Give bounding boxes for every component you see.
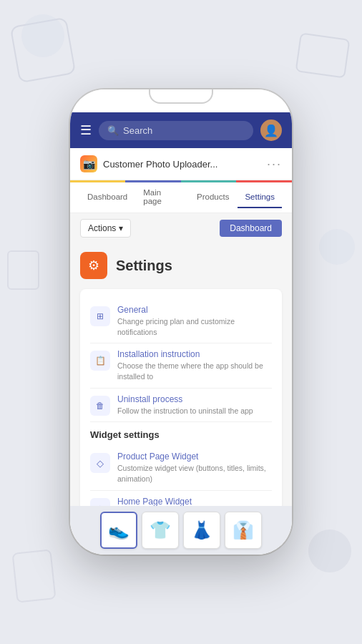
dashboard-button[interactable]: Dashboard: [220, 220, 282, 237]
thumbnail-jacket[interactable]: 👔: [225, 512, 262, 549]
app-icon: 📷: [80, 155, 97, 172]
home-widget-text: Home Page Widget Customize widget view (…: [117, 497, 272, 506]
app-header-left: 📷 Customer Photo Uploader...: [80, 155, 217, 172]
product-widget-desc: Customize widget view (buttons, titles, …: [117, 463, 272, 484]
settings-item-installation[interactable]: 📋 Installation instruction Choose the th…: [90, 343, 272, 388]
tab-dashboard[interactable]: Dashboard: [80, 187, 134, 208]
thumbnail-shoes[interactable]: 👟: [100, 512, 137, 549]
settings-gear-icon: ⚙: [88, 258, 99, 273]
general-item-title: General: [117, 305, 272, 315]
action-bar: Actions ▾ Dashboard: [70, 213, 292, 243]
product-widget-title: Product Page Widget: [117, 452, 272, 462]
settings-title: Settings: [116, 258, 172, 274]
installation-icon: 📋: [90, 351, 110, 371]
general-icon: ⊞: [90, 306, 110, 326]
uninstall-icon: 🗑: [90, 396, 110, 416]
actions-button[interactable]: Actions ▾: [80, 219, 131, 238]
search-bar[interactable]: 🔍 Search: [99, 121, 253, 140]
settings-item-home-widget[interactable]: ⌂ Home Page Widget Customize widget view…: [90, 491, 272, 506]
product-widget-text: Product Page Widget Customize widget vie…: [117, 452, 272, 484]
home-widget-icon: ⌂: [90, 498, 110, 506]
home-widget-title: Home Page Widget: [117, 497, 272, 506]
uninstall-item-title: Uninstall process: [117, 394, 272, 404]
thumbnail-shirt[interactable]: 👕: [142, 512, 179, 549]
bottom-thumbnails: 👟 👕 👗 👔: [70, 506, 292, 555]
tab-settings[interactable]: Settings: [238, 187, 282, 208]
installation-item-title: Installation instruction: [117, 349, 272, 359]
settings-item-product-widget[interactable]: ◇ Product Page Widget Customize widget v…: [90, 446, 272, 490]
notch: [149, 89, 213, 104]
installation-item-desc: Choose the theme where the app should be…: [117, 361, 272, 381]
uninstall-item-text: Uninstall process Follow the instruction…: [117, 394, 272, 416]
tab-main-page[interactable]: Main page: [136, 182, 188, 213]
sub-nav: Dashboard Main page Products Settings: [70, 182, 292, 213]
general-settings-card: ⊞ General Change pricing plan and custom…: [80, 289, 282, 506]
app-header: 📷 Customer Photo Uploader... ···: [70, 148, 292, 180]
screen: ☰ 🔍 Search 👤 📷 Customer Photo Uploader..…: [70, 112, 292, 555]
search-icon: 🔍: [107, 125, 119, 136]
tab-products[interactable]: Products: [190, 187, 236, 208]
installation-item-text: Installation instruction Choose the them…: [117, 349, 272, 381]
avatar[interactable]: 👤: [260, 119, 282, 141]
product-widget-icon: ◇: [90, 453, 110, 473]
search-placeholder-text: Search: [123, 125, 152, 136]
thumbnail-dress[interactable]: 👗: [183, 512, 220, 549]
uninstall-item-desc: Follow the instruction to uninstall the …: [117, 406, 272, 416]
hamburger-icon[interactable]: ☰: [80, 122, 92, 138]
settings-item-uninstall[interactable]: 🗑 Uninstall process Follow the instructi…: [90, 389, 272, 423]
more-options-button[interactable]: ···: [267, 157, 282, 172]
general-item-text: General Change pricing plan and customiz…: [117, 305, 272, 337]
phone-top-bar: [70, 89, 292, 112]
settings-header: ⚙ Settings: [80, 252, 282, 279]
top-nav: ☰ 🔍 Search 👤: [70, 112, 292, 148]
general-item-desc: Change pricing plan and customize notifi…: [117, 316, 272, 337]
main-content: ⚙ Settings ⊞ General Change pricing plan…: [70, 243, 292, 506]
phone-frame: ☰ 🔍 Search 👤 📷 Customer Photo Uploader..…: [70, 89, 292, 555]
app-name: Customer Photo Uploader...: [103, 159, 217, 170]
settings-icon-box: ⚙: [80, 252, 107, 279]
settings-item-general[interactable]: ⊞ General Change pricing plan and custom…: [90, 299, 272, 343]
widget-section-title: Widget settings: [90, 422, 272, 446]
